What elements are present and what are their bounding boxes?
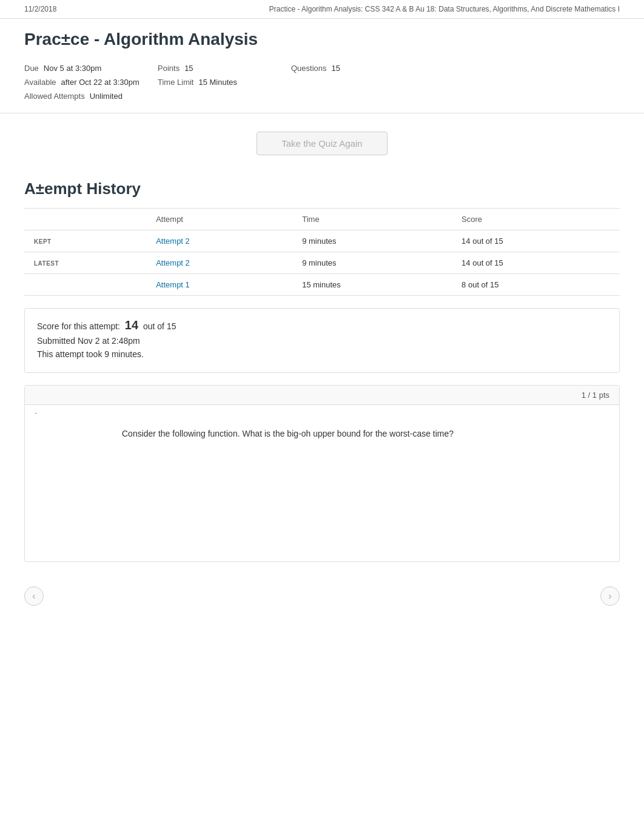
- score-line: Score for this attempt: 14 out of 15: [37, 318, 607, 332]
- badge-latest: LATEST: [34, 260, 59, 267]
- submitted-line: Submitted Nov 2 at 2:48pm: [37, 336, 607, 346]
- date-label: 11/2/2018: [24, 5, 56, 13]
- attempt-table: Attempt Time Score KEPT Attempt 2 9 minu…: [24, 208, 620, 296]
- available-label: Available: [24, 78, 56, 87]
- time-limit-item: Time Limit 15 Minutes: [158, 78, 291, 87]
- duration-line: This attempt took 9 minutes.: [37, 349, 607, 359]
- score-number: 14: [125, 318, 138, 332]
- attempt-1-link[interactable]: Attempt 1: [156, 280, 190, 289]
- question-section: 1 / 1 pts - Consider the following funct…: [24, 385, 620, 562]
- time-latest: 9 minutes: [292, 252, 452, 274]
- due-value: Nov 5 at 3:30pm: [44, 64, 101, 73]
- col-score: Score: [452, 209, 620, 230]
- allowed-value: Unlimited: [90, 92, 122, 101]
- table-row: Attempt 1 15 minutes 8 out of 15: [24, 274, 620, 296]
- score-section: Score for this attempt: 14 out of 15 Sub…: [24, 308, 620, 373]
- info-section: Due Nov 5 at 3:30pm Points 15 Questions …: [0, 55, 644, 113]
- quiz-again-section: Take the Quiz Again: [0, 113, 644, 173]
- chevron-left-icon: ‹: [32, 591, 35, 602]
- take-quiz-again-button[interactable]: Take the Quiz Again: [257, 132, 387, 155]
- attempt-2-link-kept[interactable]: Attempt 2: [156, 236, 190, 246]
- table-row: LATEST Attempt 2 9 minutes 14 out of 15: [24, 252, 620, 274]
- due-label: Due: [24, 64, 39, 73]
- attempt-history-title: A±empt History: [0, 173, 644, 208]
- points-item: Points 15: [158, 64, 291, 73]
- col-attempt: Attempt: [146, 209, 292, 230]
- table-header-row: Attempt Time Score: [24, 209, 620, 230]
- breadcrumb: Practice - Algorithm Analysis: CSS 342 A…: [269, 5, 620, 13]
- prev-arrow[interactable]: ‹: [24, 586, 44, 606]
- col-badge: [24, 209, 146, 230]
- time-kept: 9 minutes: [292, 230, 452, 252]
- score-kept: 14 out of 15: [452, 230, 620, 252]
- next-arrow[interactable]: ›: [600, 586, 620, 606]
- score-latest: 14 out of 15: [452, 252, 620, 274]
- available-value: after Oct 22 at 3:30pm: [61, 78, 139, 87]
- score-out-of: out of 15: [143, 321, 176, 331]
- badge-kept: KEPT: [34, 238, 52, 245]
- questions-item: Questions 15: [291, 64, 424, 73]
- question-pts: 1 / 1 pts: [582, 391, 609, 400]
- bottom-navigation: ‹ ›: [0, 574, 644, 630]
- page-title: Prac±ce - Algorithm Analysis: [0, 19, 644, 55]
- questions-value: 15: [332, 64, 340, 73]
- info-grid: Due Nov 5 at 3:30pm Points 15 Questions …: [24, 64, 620, 101]
- col-time: Time: [292, 209, 452, 230]
- score-label: Score for this attempt:: [37, 321, 120, 331]
- table-row: KEPT Attempt 2 9 minutes 14 out of 15: [24, 230, 620, 252]
- time-limit-label: Time Limit: [158, 78, 193, 87]
- allowed-item: Allowed Attempts Unlimited: [24, 92, 158, 101]
- chevron-right-icon: ›: [608, 591, 611, 602]
- score-1: 8 out of 15: [452, 274, 620, 296]
- question-number: -: [25, 405, 619, 417]
- points-label: Points: [158, 64, 179, 73]
- available-item: Available after Oct 22 at 3:30pm: [24, 78, 158, 87]
- attempt-2-link-latest[interactable]: Attempt 2: [156, 258, 190, 267]
- time-1: 15 minutes: [292, 274, 452, 296]
- points-value: 15: [184, 64, 193, 73]
- time-limit-value: 15 Minutes: [198, 78, 237, 87]
- allowed-label: Allowed Attempts: [24, 92, 85, 101]
- question-body: Consider the following function. What is…: [25, 417, 619, 562]
- due-item: Due Nov 5 at 3:30pm: [24, 64, 158, 73]
- questions-label: Questions: [291, 64, 327, 73]
- top-bar: 11/2/2018 Practice - Algorithm Analysis:…: [0, 0, 644, 19]
- question-header: 1 / 1 pts: [25, 386, 619, 405]
